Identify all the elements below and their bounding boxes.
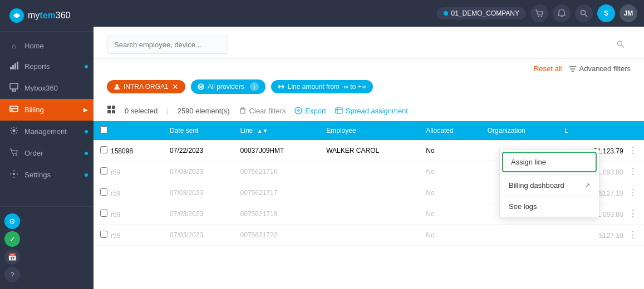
cell-amount: $127.10 ⋮ [558, 225, 644, 246]
svg-rect-7 [10, 106, 18, 112]
avatar-s[interactable]: S [597, 4, 615, 22]
col-date-sent[interactable]: Date sent [163, 121, 234, 140]
svg-point-22 [199, 86, 200, 87]
company-status-dot [444, 11, 448, 16]
col-allocated[interactable]: Allocated [419, 121, 480, 140]
svg-point-15 [541, 16, 542, 17]
avatar-jm[interactable]: JM [620, 4, 637, 22]
cell-line: 0075621717 [234, 182, 320, 203]
cell-line: 00037J09HMT [234, 140, 320, 161]
cell-count: r59 [94, 182, 163, 203]
sidebar-item-label: Home [24, 42, 44, 50]
sidebar-bottom: ⚙ ✓ 📅 ? [0, 206, 94, 289]
trash-icon [239, 107, 247, 114]
main-nav: ⌂ Home Reports Mybox360 Billing ▶ [0, 32, 94, 206]
svg-rect-27 [107, 110, 111, 113]
select-all-checkbox[interactable] [100, 126, 107, 133]
grid-view-icon[interactable] [107, 105, 116, 116]
cell-date: 07/03/2023 [163, 203, 234, 225]
col-l[interactable]: L [558, 121, 644, 140]
row-checkbox[interactable] [100, 146, 107, 153]
sidebar-item-home[interactable]: ⌂ Home [0, 36, 94, 56]
svg-rect-28 [112, 110, 115, 113]
col-organization[interactable]: Organization [481, 121, 558, 140]
quick-icon-check[interactable]: ✓ [4, 231, 20, 247]
search-button[interactable] [575, 4, 593, 22]
col-employee[interactable]: Employee [319, 121, 419, 140]
cart-button[interactable] [530, 4, 548, 22]
cell-count: r59 [94, 161, 163, 182]
search-input[interactable] [107, 36, 228, 54]
row-checkbox[interactable] [100, 188, 107, 196]
filter-icon [569, 65, 577, 73]
selected-count: 0 selected [125, 107, 158, 115]
row-menu-button[interactable]: ⋮ [628, 146, 637, 155]
tag-providers[interactable]: All providers i [191, 79, 266, 94]
row-checkbox[interactable] [100, 231, 107, 238]
spread-assignment-button[interactable]: Spread assignment [335, 107, 408, 115]
sidebar-item-billing[interactable]: Billing ▶ [0, 99, 94, 121]
svg-rect-9 [11, 109, 13, 111]
company-selector[interactable]: 01_DEMO_COMPANY [437, 7, 526, 19]
table-row: r59 07/03/2023 0075621722 No $127.10 ⋮ [94, 225, 644, 246]
cell-line: 0075621716 [234, 161, 320, 182]
management-icon [9, 126, 19, 137]
row-menu-button[interactable]: ⋮ [628, 230, 637, 240]
svg-rect-32 [336, 108, 342, 113]
cell-allocated: No [419, 161, 480, 182]
notifications-button[interactable] [553, 4, 571, 22]
cell-employee [319, 203, 419, 225]
assign-line-item[interactable]: Assign line [502, 152, 597, 172]
see-logs-item[interactable]: See logs [500, 196, 599, 217]
advanced-filters-button[interactable]: Advanced filters [569, 64, 631, 73]
clear-filters-button[interactable]: Clear filters [239, 107, 286, 115]
cell-employee [319, 161, 419, 182]
sidebar-item-label: Order [24, 149, 43, 157]
cell-date: 07/03/2023 [163, 225, 234, 246]
toolbar-divider: | [166, 107, 168, 115]
logo-icon [9, 8, 24, 23]
amount-icon [278, 83, 284, 90]
billing-dashboard-item[interactable]: Billing dashboard ↗ [500, 175, 599, 196]
row-menu-button[interactable]: ⋮ [628, 209, 637, 218]
row-menu-button[interactable]: ⋮ [628, 188, 637, 197]
sidebar-item-label: Billing [24, 106, 44, 114]
svg-rect-4 [17, 62, 18, 69]
svg-point-14 [538, 16, 539, 17]
sidebar-item-settings[interactable]: Settings [0, 164, 94, 186]
row-checkbox[interactable] [100, 210, 107, 217]
logo: mytem360 [0, 0, 94, 32]
svg-point-11 [13, 155, 14, 156]
svg-point-23 [201, 86, 203, 87]
row-checkbox[interactable] [100, 167, 107, 175]
svg-rect-1 [10, 67, 12, 69]
quick-icon-config[interactable]: ⚙ [4, 213, 20, 229]
logo-text: mytem360 [28, 11, 70, 21]
tag-org[interactable]: INTRA ORGA1 ✕ [107, 80, 185, 93]
quick-icon-calendar[interactable]: 📅 [4, 249, 20, 265]
billing-icon [9, 104, 19, 115]
sidebar-item-mybox360[interactable]: Mybox360 [0, 77, 94, 99]
spread-icon [335, 107, 343, 114]
col-line[interactable]: Line ▲▼ [234, 121, 320, 140]
tag-org-label: INTRA ORGA1 [124, 83, 169, 91]
sidebar-item-order[interactable]: Order [0, 142, 94, 164]
toolbar: 0 selected | 2590 element(s) Clear filte… [94, 101, 644, 121]
nav-dot [85, 152, 88, 155]
sidebar-item-management[interactable]: Management [0, 121, 94, 142]
export-button[interactable]: Export [294, 107, 326, 115]
svg-point-16 [581, 11, 586, 15]
order-icon [9, 148, 19, 158]
tag-amount[interactable]: Line amount from -∞ to +∞ [271, 80, 373, 93]
cell-employee: WALKER CAROL [319, 140, 419, 161]
search-input-wrap [107, 36, 631, 54]
svg-point-18 [618, 41, 622, 46]
reset-all-button[interactable]: Reset all [534, 64, 562, 73]
svg-rect-5 [10, 83, 18, 89]
tag-org-close[interactable]: ✕ [172, 83, 179, 91]
providers-info-icon: i [250, 82, 259, 91]
quick-icon-help[interactable]: ? [4, 267, 20, 282]
row-menu-button[interactable]: ⋮ [628, 167, 637, 176]
sidebar-item-reports[interactable]: Reports [0, 56, 94, 77]
svg-point-12 [16, 155, 17, 156]
